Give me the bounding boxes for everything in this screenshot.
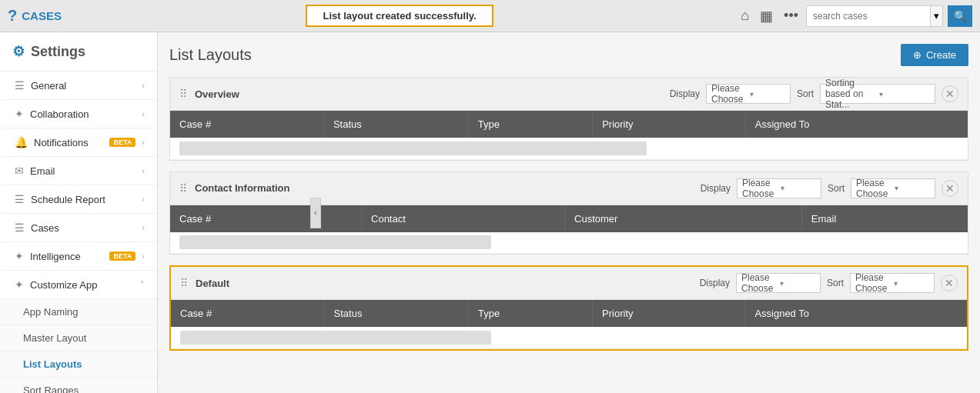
display-label-default: Display xyxy=(700,278,730,288)
table-contact: Case # Contact Customer Email xyxy=(170,205,968,255)
empty-bar xyxy=(180,331,491,345)
chevron-down-icon: ˅ xyxy=(140,280,145,290)
display-select-contact[interactable]: Please Choose ▾ xyxy=(737,178,821,198)
schedule-report-icon: ☰ xyxy=(15,193,25,205)
table-empty-row xyxy=(170,138,968,159)
arrow-icon: ▾ xyxy=(894,279,929,288)
display-label-overview: Display xyxy=(670,88,700,99)
layout-card-default: ⠿ Default Display Please Choose ▾ Sort P… xyxy=(169,265,968,351)
empty-bar xyxy=(179,142,647,155)
brand-icon: ? xyxy=(8,7,17,25)
sub-menu-customize: App Naming Master Layout List Layouts So… xyxy=(0,299,157,393)
content-area: List Layouts ⊕ Create ⠿ Overview Display… xyxy=(158,32,980,393)
layout-card-header-default: ⠿ Default Display Please Choose ▾ Sort P… xyxy=(171,267,967,300)
sidebar-item-customize-app[interactable]: ✦ Customize App ˅ xyxy=(0,271,157,299)
sidebar-item-intelligence[interactable]: ✦ Intelligence BETA › xyxy=(0,242,157,271)
table-overview: Case # Status Type Priority Assigned To xyxy=(170,111,968,160)
sidebar-item-cases[interactable]: ☰ Cases › xyxy=(0,214,157,242)
success-banner: List layout created successfully. xyxy=(306,5,493,27)
col-type: Type xyxy=(468,300,592,327)
layout-controls-overview: Display Please Choose ▾ Sort Sorting bas… xyxy=(670,84,958,104)
brand: ? CASES xyxy=(8,7,62,25)
sidebar-collapse-button[interactable]: ‹ xyxy=(310,198,321,228)
search-box: ▾ xyxy=(806,5,943,27)
close-button-overview[interactable]: ✕ xyxy=(942,85,958,102)
sub-item-sort-ranges[interactable]: Sort Ranges xyxy=(0,378,157,393)
chevron-icon: › xyxy=(142,166,145,175)
home-button[interactable]: ⌂ xyxy=(738,5,752,27)
col-priority: Priority xyxy=(593,300,745,327)
arrow-icon: ▾ xyxy=(750,90,785,98)
table-empty-row xyxy=(170,232,968,254)
display-select-overview[interactable]: Please Choose ▾ xyxy=(706,84,791,104)
col-assigned-to: Assigned To xyxy=(745,111,968,138)
layout-card-contact: ⠿ Contact Information Display Please Cho… xyxy=(169,172,968,255)
intelligence-icon: ✦ xyxy=(15,250,24,262)
sort-select-default[interactable]: Please Choose ▾ xyxy=(850,273,935,293)
display-select-default[interactable]: Please Choose ▾ xyxy=(736,273,821,293)
sidebar-item-notifications[interactable]: 🔔 Notifications BETA › xyxy=(0,128,157,157)
more-button[interactable]: ••• xyxy=(781,5,801,27)
search-input[interactable] xyxy=(807,11,930,22)
arrow-icon: ▾ xyxy=(895,184,930,192)
drag-handle-overview[interactable]: ⠿ xyxy=(179,88,187,100)
sort-label-contact: Sort xyxy=(828,183,845,194)
col-status: Status xyxy=(324,300,468,327)
layout-controls-contact: Display Please Choose ▾ Sort Please Choo… xyxy=(701,178,958,198)
col-case-num: Case # xyxy=(171,300,324,327)
chevron-icon: › xyxy=(142,81,145,90)
table-header-row: Case # Status Type Priority Assigned To xyxy=(171,300,967,327)
sidebar-item-email[interactable]: ✉ Email › xyxy=(0,157,157,185)
layout-controls-default: Display Please Choose ▾ Sort Please Choo… xyxy=(700,273,958,293)
sidebar-item-schedule-report[interactable]: ☰ Schedule Report › xyxy=(0,185,157,214)
notifications-icon: 🔔 xyxy=(15,136,28,148)
customize-app-icon: ✦ xyxy=(15,278,24,291)
search-button[interactable]: 🔍 xyxy=(948,5,972,27)
layout-name-contact: Contact Information xyxy=(195,182,290,194)
arrow-icon: ▾ xyxy=(780,279,815,288)
col-email: Email xyxy=(801,205,968,232)
drag-handle-default[interactable]: ⠿ xyxy=(180,277,188,289)
search-dropdown[interactable]: ▾ xyxy=(930,6,942,26)
email-icon: ✉ xyxy=(15,165,24,177)
chevron-icon: › xyxy=(142,195,145,204)
sub-item-master-layout[interactable]: Master Layout xyxy=(0,325,157,351)
col-contact: Contact xyxy=(362,205,565,232)
col-type: Type xyxy=(468,111,592,138)
content-header: List Layouts ⊕ Create xyxy=(169,44,968,66)
chart-button[interactable]: ▦ xyxy=(757,5,776,28)
gear-icon: ⚙ xyxy=(12,43,25,60)
table-default: Case # Status Type Priority Assigned To xyxy=(171,300,967,349)
display-label-contact: Display xyxy=(701,183,731,194)
sidebar-item-collaboration[interactable]: ✦ Collaboration › xyxy=(0,100,157,128)
close-button-default[interactable]: ✕ xyxy=(941,275,958,291)
col-assigned-to: Assigned To xyxy=(745,300,967,327)
sidebar: ⚙ Settings ☰ General › ✦ Collaboration ›… xyxy=(0,32,158,393)
sort-select-overview[interactable]: Sorting based on Stat... ▾ xyxy=(820,84,935,104)
empty-bar xyxy=(179,235,491,249)
arrow-icon: ▾ xyxy=(781,184,816,192)
close-button-contact[interactable]: ✕ xyxy=(942,180,958,197)
top-nav-center: List layout created successfully. xyxy=(69,5,730,27)
chevron-icon: › xyxy=(142,138,145,147)
sidebar-title: Settings xyxy=(31,44,85,60)
layout-name-default: Default xyxy=(196,278,229,289)
collaboration-icon: ✦ xyxy=(15,108,24,120)
drag-handle-contact[interactable]: ⠿ xyxy=(179,182,187,195)
arrow-icon: ▾ xyxy=(879,90,930,98)
sub-item-list-layouts[interactable]: List Layouts xyxy=(0,351,157,378)
beta-badge-intelligence: BETA xyxy=(109,251,135,261)
table-header-row: Case # Status Type Priority Assigned To xyxy=(170,111,968,138)
create-icon: ⊕ xyxy=(913,49,921,61)
table-empty-row xyxy=(171,327,967,348)
layout-card-header-overview: ⠿ Overview Display Please Choose ▾ Sort … xyxy=(170,78,968,111)
layout-card-header-contact: ⠿ Contact Information Display Please Cho… xyxy=(170,172,968,205)
sort-select-contact[interactable]: Please Choose ▾ xyxy=(851,178,935,198)
create-button[interactable]: ⊕ Create xyxy=(901,44,968,66)
top-nav-right: ⌂ ▦ ••• ▾ 🔍 xyxy=(738,5,972,28)
sidebar-item-general[interactable]: ☰ General › xyxy=(0,72,157,100)
chevron-icon: › xyxy=(142,251,145,261)
chevron-icon: › xyxy=(142,223,145,232)
sub-item-app-naming[interactable]: App Naming xyxy=(0,299,157,325)
table-header-row: Case # Contact Customer Email xyxy=(170,205,968,232)
